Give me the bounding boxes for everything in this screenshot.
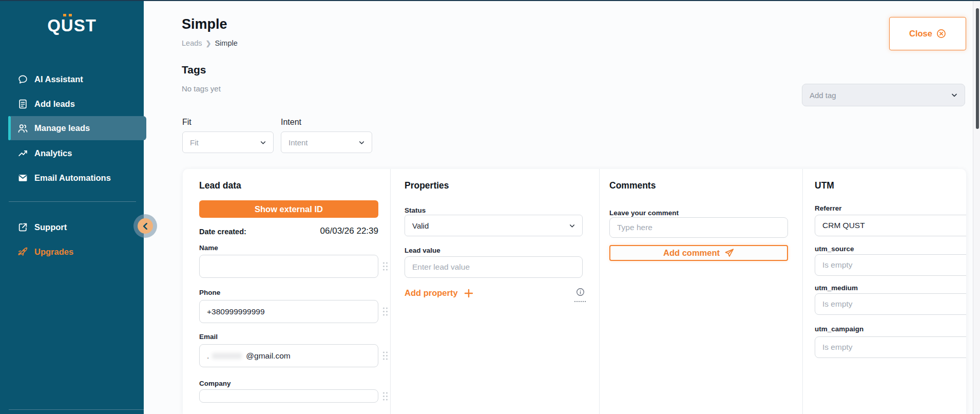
email-visible-text: @gmail.com <box>246 351 290 361</box>
page-title: Simple <box>182 16 227 32</box>
sidebar-collapse-toggle[interactable] <box>133 214 157 238</box>
company-label: Company <box>199 380 231 387</box>
intent-select[interactable]: Intent <box>281 131 372 153</box>
fit-select[interactable]: Fit <box>182 131 274 153</box>
breadcrumb: Leads ❯ Simple <box>182 39 238 47</box>
trend-arrow-icon <box>17 147 28 159</box>
fit-label: Fit <box>182 118 191 127</box>
status-label: Status <box>405 206 426 214</box>
qust-logo: QUST <box>0 15 144 36</box>
utm-source-input[interactable] <box>815 254 966 276</box>
chevron-down-icon <box>568 222 576 230</box>
logo-letter-q: Q <box>47 16 61 35</box>
utm-campaign-input[interactable] <box>815 336 966 358</box>
scrollbar-thumb[interactable] <box>976 8 979 129</box>
lead-detail-card: Lead data Show external ID Date created:… <box>183 169 966 414</box>
sidebar-item-upgrades[interactable]: Upgrades <box>0 239 144 264</box>
sidebar-item-support[interactable]: Support <box>0 215 144 239</box>
add-comment-label: Add comment <box>663 248 720 258</box>
utm-title: UTM <box>815 180 834 191</box>
sidebar-item-label: AI Assistant <box>34 74 83 84</box>
drag-handle-icon[interactable] <box>382 391 389 401</box>
sidebar-item-manage-leads[interactable]: Manage leads <box>11 116 146 140</box>
column-divider <box>802 169 803 414</box>
lead-value-input[interactable] <box>405 256 583 278</box>
sidebar-item-label: Analytics <box>34 148 72 158</box>
plus-icon <box>464 289 473 298</box>
logo-letter-u: U <box>61 15 74 36</box>
sidebar-item-email-automations[interactable]: Email Automations <box>0 165 144 190</box>
breadcrumb-leads[interactable]: Leads <box>182 39 202 47</box>
comment-label: Leave your comment <box>609 209 679 217</box>
sidebar-item-label: Add leads <box>34 99 75 109</box>
drag-handle-icon[interactable] <box>382 261 389 271</box>
envelope-icon <box>17 172 28 183</box>
email-label: Email <box>199 333 218 341</box>
chevron-down-icon <box>358 139 366 146</box>
email-input[interactable]: . @gmail.com <box>199 344 378 367</box>
close-circle-icon <box>936 29 946 39</box>
sidebar-item-analytics[interactable]: Analytics <box>0 141 144 165</box>
email-redacted-blur <box>212 353 242 359</box>
lead-detail-page: QUST AI Assistant Add leads Manage leads <box>0 0 980 414</box>
add-property-button[interactable]: Add property <box>405 288 473 298</box>
intent-select-value: Intent <box>289 138 308 147</box>
column-divider <box>390 169 391 414</box>
add-tag-select[interactable]: Add tag <box>802 84 965 106</box>
intent-label: Intent <box>281 118 301 127</box>
utm-medium-input[interactable] <box>815 293 966 315</box>
chat-bubble-icon <box>17 73 28 85</box>
sidebar-item-label: Manage leads <box>34 123 90 133</box>
document-icon <box>17 98 28 109</box>
close-button[interactable]: Close <box>889 17 966 50</box>
chevron-right-icon: ❯ <box>206 40 212 47</box>
properties-title: Properties <box>405 180 449 191</box>
chevron-down-icon <box>259 139 267 146</box>
phone-label: Phone <box>199 289 220 296</box>
add-tag-placeholder: Add tag <box>810 91 836 100</box>
company-input[interactable] <box>199 389 378 403</box>
drag-handle-icon[interactable] <box>382 351 389 361</box>
sidebar-divider <box>9 201 136 202</box>
sidebar: QUST AI Assistant Add leads Manage leads <box>0 0 144 414</box>
tags-section-title: Tags <box>182 64 206 76</box>
drag-handle-icon[interactable] <box>382 307 389 316</box>
send-icon <box>724 248 734 258</box>
close-button-label: Close <box>909 29 932 39</box>
referrer-label: Referrer <box>815 204 842 212</box>
info-icon[interactable] <box>574 288 586 302</box>
people-icon <box>17 123 28 134</box>
status-select-value: Valid <box>412 221 429 230</box>
column-divider <box>599 169 600 414</box>
chevron-left-icon[interactable] <box>138 218 153 234</box>
logo-umlaut <box>63 14 66 16</box>
name-input[interactable] <box>199 255 378 278</box>
window-top-edge <box>0 0 980 1</box>
sidebar-item-label: Email Automations <box>34 173 111 183</box>
no-tags-text: No tags yet <box>182 84 221 93</box>
show-external-id-button[interactable]: Show external ID <box>199 200 378 218</box>
sidebar-item-ai-assistant[interactable]: AI Assistant <box>0 67 144 91</box>
comment-input[interactable] <box>609 217 788 238</box>
utm-medium-label: utm_medium <box>815 284 858 292</box>
phone-input[interactable] <box>199 300 378 323</box>
utm-campaign-label: utm_campaign <box>815 325 863 333</box>
sidebar-item-label: Support <box>34 222 67 232</box>
sidebar-bottom-divider <box>9 409 144 410</box>
lead-value-label: Lead value <box>405 247 440 254</box>
rocket-icon <box>17 246 28 257</box>
sidebar-item-label: Upgrades <box>34 247 73 257</box>
email-redacted-dot: . <box>207 351 209 361</box>
add-property-label: Add property <box>405 288 458 298</box>
breadcrumb-current: Simple <box>215 39 237 47</box>
lead-data-title: Lead data <box>199 180 241 191</box>
fit-select-value: Fit <box>190 138 199 147</box>
add-comment-button[interactable]: Add comment <box>609 245 788 261</box>
vertical-scrollbar[interactable] <box>973 1 980 414</box>
status-select[interactable]: Valid <box>405 215 583 236</box>
chevron-down-icon <box>950 91 958 99</box>
sidebar-item-add-leads[interactable]: Add leads <box>0 91 144 116</box>
logo-letters-st: ST <box>74 16 97 35</box>
referrer-input[interactable] <box>815 215 966 236</box>
date-created-value: 06/03/26 22:39 <box>199 226 378 236</box>
